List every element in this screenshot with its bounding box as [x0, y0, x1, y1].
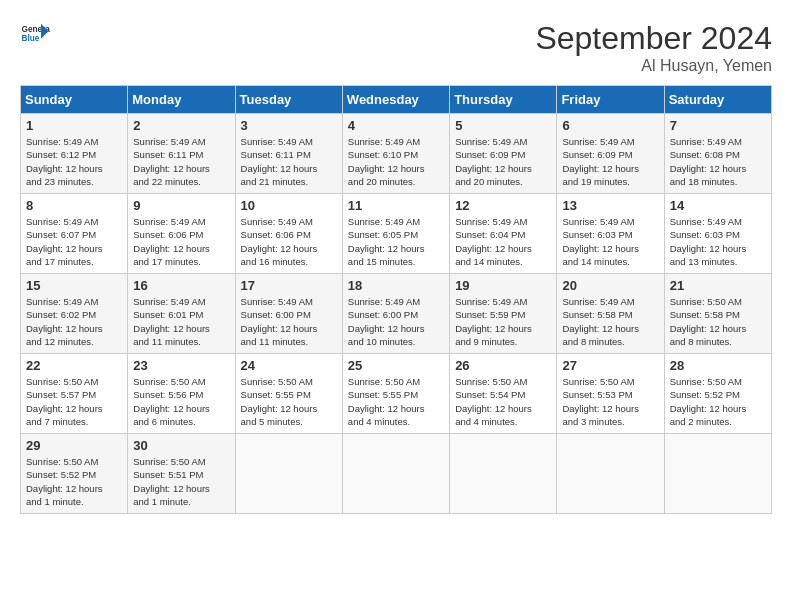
- table-row: 17Sunrise: 5:49 AMSunset: 6:00 PMDayligh…: [235, 274, 342, 354]
- logo-icon: General Blue: [20, 20, 50, 50]
- table-row: 11Sunrise: 5:49 AMSunset: 6:05 PMDayligh…: [342, 194, 449, 274]
- col-wednesday: Wednesday: [342, 86, 449, 114]
- table-row: 10Sunrise: 5:49 AMSunset: 6:06 PMDayligh…: [235, 194, 342, 274]
- table-row: 25Sunrise: 5:50 AMSunset: 5:55 PMDayligh…: [342, 354, 449, 434]
- col-friday: Friday: [557, 86, 664, 114]
- table-row: 27Sunrise: 5:50 AMSunset: 5:53 PMDayligh…: [557, 354, 664, 434]
- logo: General Blue: [20, 20, 50, 50]
- col-saturday: Saturday: [664, 86, 771, 114]
- table-row: [664, 434, 771, 514]
- table-row: 23Sunrise: 5:50 AMSunset: 5:56 PMDayligh…: [128, 354, 235, 434]
- header-row: Sunday Monday Tuesday Wednesday Thursday…: [21, 86, 772, 114]
- table-row: [450, 434, 557, 514]
- table-row: 3Sunrise: 5:49 AMSunset: 6:11 PMDaylight…: [235, 114, 342, 194]
- col-sunday: Sunday: [21, 86, 128, 114]
- col-thursday: Thursday: [450, 86, 557, 114]
- table-row: 21Sunrise: 5:50 AMSunset: 5:58 PMDayligh…: [664, 274, 771, 354]
- table-row: 16Sunrise: 5:49 AMSunset: 6:01 PMDayligh…: [128, 274, 235, 354]
- table-row: [342, 434, 449, 514]
- table-row: 24Sunrise: 5:50 AMSunset: 5:55 PMDayligh…: [235, 354, 342, 434]
- table-row: 4Sunrise: 5:49 AMSunset: 6:10 PMDaylight…: [342, 114, 449, 194]
- col-tuesday: Tuesday: [235, 86, 342, 114]
- location-title: Al Husayn, Yemen: [535, 57, 772, 75]
- table-row: 20Sunrise: 5:49 AMSunset: 5:58 PMDayligh…: [557, 274, 664, 354]
- table-row: 15Sunrise: 5:49 AMSunset: 6:02 PMDayligh…: [21, 274, 128, 354]
- table-row: [557, 434, 664, 514]
- page-header: General Blue September 2024 Al Husayn, Y…: [20, 20, 772, 75]
- table-row: 14Sunrise: 5:49 AMSunset: 6:03 PMDayligh…: [664, 194, 771, 274]
- table-row: 7Sunrise: 5:49 AMSunset: 6:08 PMDaylight…: [664, 114, 771, 194]
- table-row: 12Sunrise: 5:49 AMSunset: 6:04 PMDayligh…: [450, 194, 557, 274]
- table-row: 26Sunrise: 5:50 AMSunset: 5:54 PMDayligh…: [450, 354, 557, 434]
- table-row: 5Sunrise: 5:49 AMSunset: 6:09 PMDaylight…: [450, 114, 557, 194]
- table-row: 28Sunrise: 5:50 AMSunset: 5:52 PMDayligh…: [664, 354, 771, 434]
- table-row: [235, 434, 342, 514]
- table-row: 13Sunrise: 5:49 AMSunset: 6:03 PMDayligh…: [557, 194, 664, 274]
- svg-text:Blue: Blue: [22, 34, 40, 43]
- calendar-table: Sunday Monday Tuesday Wednesday Thursday…: [20, 85, 772, 514]
- month-title: September 2024: [535, 20, 772, 57]
- table-row: 22Sunrise: 5:50 AMSunset: 5:57 PMDayligh…: [21, 354, 128, 434]
- table-row: 19Sunrise: 5:49 AMSunset: 5:59 PMDayligh…: [450, 274, 557, 354]
- title-block: September 2024 Al Husayn, Yemen: [535, 20, 772, 75]
- table-row: 1Sunrise: 5:49 AMSunset: 6:12 PMDaylight…: [21, 114, 128, 194]
- col-monday: Monday: [128, 86, 235, 114]
- table-row: 2Sunrise: 5:49 AMSunset: 6:11 PMDaylight…: [128, 114, 235, 194]
- table-row: 18Sunrise: 5:49 AMSunset: 6:00 PMDayligh…: [342, 274, 449, 354]
- table-row: 29Sunrise: 5:50 AMSunset: 5:52 PMDayligh…: [21, 434, 128, 514]
- table-row: 6Sunrise: 5:49 AMSunset: 6:09 PMDaylight…: [557, 114, 664, 194]
- table-row: 30Sunrise: 5:50 AMSunset: 5:51 PMDayligh…: [128, 434, 235, 514]
- table-row: 9Sunrise: 5:49 AMSunset: 6:06 PMDaylight…: [128, 194, 235, 274]
- table-row: 8Sunrise: 5:49 AMSunset: 6:07 PMDaylight…: [21, 194, 128, 274]
